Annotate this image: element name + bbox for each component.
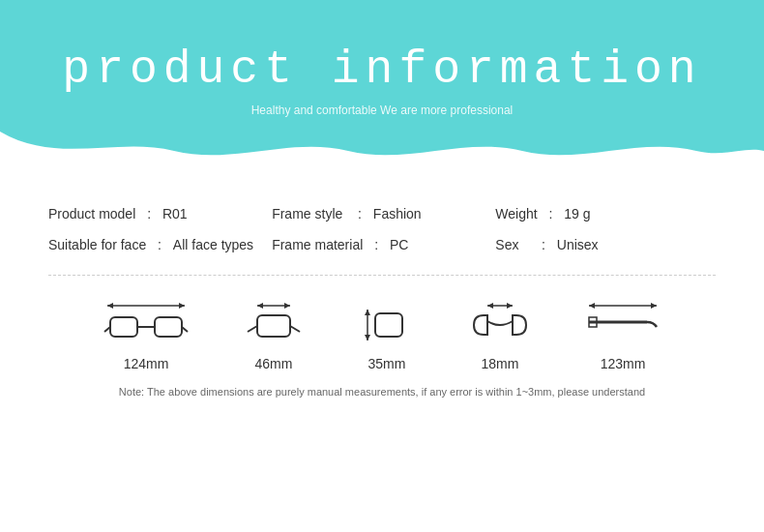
dim-value-total-width: 124mm — [124, 356, 169, 371]
spec-label-sex: Sex — [495, 237, 518, 252]
spec-value-sex: Unisex — [557, 237, 599, 252]
spec-colon-1: : — [143, 206, 155, 222]
svg-marker-22 — [589, 303, 595, 309]
note-text: Note: The above dimensions are purely ma… — [48, 376, 716, 402]
dim-icon-lens-width — [240, 300, 308, 348]
spec-label-model: Product model — [48, 206, 135, 222]
spec-sex: Sex : Unisex — [495, 237, 716, 252]
spec-face-type: Suitable for face : All face types — [48, 237, 269, 252]
svg-rect-4 — [155, 317, 182, 337]
spec-material: Frame material : PC — [272, 237, 492, 252]
dim-value-lens-width: 46mm — [255, 356, 293, 371]
svg-marker-23 — [651, 303, 657, 309]
dim-item-temple: 123mm — [584, 300, 661, 371]
svg-marker-10 — [284, 303, 290, 309]
dim-icon-bridge — [466, 300, 534, 348]
svg-rect-17 — [375, 313, 402, 337]
spec-colon-5: : — [370, 237, 382, 252]
svg-line-13 — [290, 326, 300, 332]
svg-marker-19 — [487, 303, 493, 309]
dim-item-total-width: 124mm — [103, 300, 190, 371]
spec-label-weight: Weight — [495, 206, 537, 222]
svg-marker-9 — [257, 303, 263, 309]
svg-rect-3 — [110, 317, 137, 337]
dim-value-lens-height: 35mm — [368, 356, 406, 371]
spec-weight: Weight : 19 g — [495, 206, 716, 222]
dim-item-lens-height: 35mm — [358, 300, 416, 371]
spec-colon-2: : — [350, 206, 366, 222]
spec-value-frame-style: Fashion — [373, 206, 422, 222]
spec-colon-3: : — [545, 206, 557, 222]
spec-value-model: R01 — [162, 206, 188, 222]
svg-marker-16 — [365, 335, 370, 340]
svg-marker-2 — [179, 303, 185, 309]
page-title: product information — [62, 44, 701, 96]
spec-label-material: Frame material — [272, 237, 363, 252]
spec-row-1: Product model : R01 Frame style : Fashio… — [48, 198, 716, 229]
spec-colon-6: : — [526, 237, 548, 252]
content-section: Product model : R01 Frame style : Fashio… — [0, 169, 764, 402]
spec-value-weight: 19 g — [564, 206, 590, 222]
svg-marker-15 — [365, 310, 370, 315]
svg-rect-11 — [257, 315, 290, 337]
spec-label-frame-style: Frame style — [272, 206, 342, 222]
header-subtitle: Healthy and comfortable We are more prof… — [251, 103, 514, 117]
dim-value-temple: 123mm — [601, 356, 646, 371]
dim-icon-temple — [584, 300, 661, 348]
spec-label-face: Suitable for face — [48, 237, 146, 252]
spec-colon-4: : — [154, 237, 165, 252]
wave-decoration — [0, 132, 764, 170]
spec-product-model: Product model : R01 — [48, 206, 269, 222]
svg-marker-1 — [107, 303, 113, 309]
header-section: product information Healthy and comforta… — [0, 0, 764, 169]
spec-row-2: Suitable for face : All face types Frame… — [48, 229, 716, 260]
svg-line-12 — [248, 326, 257, 332]
dim-icon-lens-height — [358, 300, 416, 348]
spec-value-face: All face types — [173, 237, 253, 252]
dim-item-lens-width: 46mm — [240, 300, 308, 371]
svg-marker-20 — [507, 303, 513, 309]
divider — [48, 275, 716, 276]
dimensions-section: 124mm 46mm — [48, 290, 716, 376]
specs-table: Product model : R01 Frame style : Fashio… — [48, 198, 716, 260]
dim-icon-total-width — [103, 300, 190, 348]
spec-frame-style: Frame style : Fashion — [272, 206, 492, 222]
dim-value-bridge: 18mm — [482, 356, 519, 371]
dim-item-bridge: 18mm — [466, 300, 534, 371]
spec-value-material: PC — [390, 237, 408, 252]
